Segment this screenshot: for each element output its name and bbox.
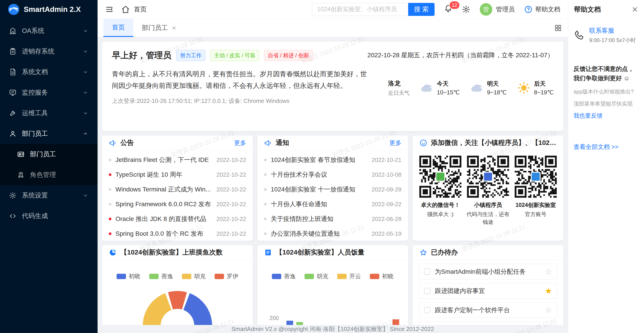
todo-item[interactable]: 跟进团建内容事宜 ★ <box>419 283 557 299</box>
sidebar-item-settings[interactable]: 系统设置 <box>0 185 98 206</box>
notice-list: 1024创新实验室 春节放假通知2022-10-21 十月份技术分享会议2022… <box>257 150 408 241</box>
breadcrumb[interactable]: 首页 <box>121 5 147 14</box>
sidebar-item-docs[interactable]: 系统文档 <box>0 62 98 82</box>
weather-day: 明天9~18℃ <box>470 80 506 96</box>
help-panel-title: 帮助文档 <box>574 5 601 14</box>
feedback-heading: 反馈让您不满意的点，我们争取做到更好 ☺ <box>574 64 639 83</box>
todo-card: 已办待办 为SmartAdmin前端小组分配任务 ☆ 跟进团建内容事宜 ★ <box>413 245 564 333</box>
sidebar-menu: OA系统 进销存系统 系统文档 监控服务 运维工具 <box>0 19 98 226</box>
sidebar-item-label: 系统设置 <box>22 191 48 200</box>
sidebar-item-dept-employee[interactable]: 部门员工 <box>0 123 98 144</box>
list-item[interactable]: Spring Boot 3.0.0 首个 RC 发布2022-10-22 <box>109 226 246 241</box>
weather-strip: 洛龙 近日天气 今天10~15℃ 明天9~18℃ 后天8~19℃ <box>388 79 554 97</box>
list-item[interactable]: 十月份技术分享会议2022-10-08 <box>264 167 402 182</box>
bullet-dot <box>109 173 112 176</box>
todo-item[interactable]: 为SmartAdmin前端小组分配任务 ☆ <box>419 264 557 280</box>
notifications-button[interactable]: 12 <box>444 4 452 14</box>
more-link[interactable]: 更多 <box>234 139 246 147</box>
qr-row: 卓大的微信号！ 骚扰卓大 :) 小镇程序员 代码与生活，还有钱途 1024创新实… <box>413 150 564 226</box>
building-icon <box>9 27 16 35</box>
logo[interactable]: SmartAdmin 2.X <box>0 0 98 19</box>
todo-checkbox[interactable] <box>424 269 430 275</box>
layout-grid-icon[interactable] <box>554 24 562 32</box>
todo-checkbox[interactable] <box>424 288 430 294</box>
legend-entry: 罗伊 <box>214 272 238 280</box>
tab-dept-employee[interactable]: 部门员工 <box>133 19 185 37</box>
bullet-dot <box>109 203 112 206</box>
main-area: 首页 搜 索 12 管 管理员 帮助文档 <box>98 0 568 333</box>
sidebar-item-oa-system[interactable]: OA系统 <box>0 20 98 41</box>
user-menu[interactable]: 管 管理员 <box>480 3 515 16</box>
list-item[interactable]: Oracle 推出 JDK 8 的直接替代品2022-10-22 <box>109 212 246 226</box>
contact-support-link[interactable]: 联系客服 9:00-17:00 5x7小时 <box>574 26 639 44</box>
weather-day-label: 明天 <box>487 80 506 88</box>
list-item[interactable]: 1024创新实验室 十一放假通知2022-09-29 <box>264 182 402 197</box>
close-tab-icon[interactable] <box>172 25 177 31</box>
list-item[interactable]: 办公室消杀关键位置通知2022-05-19 <box>264 226 402 241</box>
app-title: SmartAdmin 2.X <box>24 5 81 14</box>
sidebar-item-label: 监控服务 <box>22 88 48 97</box>
sidebar-subitem-label: 角色管理 <box>30 170 56 179</box>
card-title: 已办待办 <box>431 248 458 257</box>
sidebar-item-codegen[interactable]: 代码生成 <box>0 206 98 226</box>
card-title: 公告 <box>120 138 134 147</box>
greeting-badge: 自省 / 精进 / 创新 <box>264 50 313 61</box>
collapse-sidebar-icon[interactable] <box>105 5 114 14</box>
chevron-down-icon <box>82 48 88 54</box>
sidebar-item-inventory[interactable]: 进销存系统 <box>0 41 98 62</box>
search-button-label: 搜 索 <box>414 5 429 13</box>
close-panel-icon[interactable] <box>632 6 638 13</box>
list-item[interactable]: Spring Framework 6.0.0 RC2 发布2022-10-22 <box>109 197 246 212</box>
avatar: 管 <box>480 3 492 16</box>
megaphone-icon <box>264 139 272 147</box>
bullet-dot <box>264 218 267 220</box>
sidebar-subitem-role-mgmt[interactable]: 角色管理 <box>0 165 98 185</box>
help-docs-button[interactable]: 帮助文档 <box>524 5 560 14</box>
list-item[interactable]: Windows Terminal 正式成为 Win...2022-10-22 <box>109 182 246 197</box>
star-icon[interactable]: ☆ <box>545 268 552 276</box>
settings-gear-icon[interactable] <box>462 5 470 14</box>
qr-code-image <box>515 156 557 198</box>
star-filled-icon[interactable]: ★ <box>545 287 552 295</box>
sidebar-item-monitor[interactable]: 监控服务 <box>0 82 98 103</box>
role-icon <box>17 171 24 179</box>
sidebar-item-ops-tools[interactable]: 运维工具 <box>0 103 98 123</box>
sidebar: SmartAdmin 2.X OA系统 进销存系统 系统文档 监控服务 <box>0 0 98 333</box>
list-item[interactable]: 1024创新实验室 春节放假通知2022-10-21 <box>264 153 402 167</box>
cloudy-icon <box>470 81 484 95</box>
tab-home[interactable]: 首页 <box>104 19 133 37</box>
phone-icon <box>574 29 585 41</box>
greeting-message: 青年的肩上，从不只有清风明月，更有责任担当。岁月因青春慨然以赴而更加美好，世间因… <box>112 68 372 91</box>
help-panel: 帮助文档 联系客服 9:00-17:00 5x7小时 反馈让您不满意的点，我们争… <box>568 0 644 333</box>
sidebar-subitem-dept-employee[interactable]: 部门员工 <box>0 144 98 165</box>
home-icon <box>121 5 130 14</box>
todo-checkbox[interactable] <box>424 307 430 313</box>
more-link[interactable]: 更多 <box>389 139 402 147</box>
feedback-item: 顶部菜单希望能尽快实现 <box>574 100 639 107</box>
greeting-badge: 努力工作 <box>176 50 206 61</box>
list-item[interactable]: 关于疫情防控上班通知2022-06-28 <box>264 212 402 226</box>
pie-chart-icon <box>109 249 117 257</box>
view-all-docs-link[interactable]: 查看全部文档 >> <box>574 143 639 151</box>
qr-title: 小镇程序员 <box>466 201 510 209</box>
global-search: 搜 索 <box>312 3 434 16</box>
list-item[interactable]: TypeScript 诞生 10 周年2022-10-22 <box>109 167 246 182</box>
weather-day-temp: 9~18℃ <box>487 89 506 96</box>
page-content: 早上好，管理员 努力工作 主动 / 皮实 / 可靠 自省 / 精进 / 创新 2… <box>98 37 568 333</box>
star-icon[interactable]: ☆ <box>545 306 552 314</box>
legend-entry: 善逸 <box>272 272 296 280</box>
list-item[interactable]: 十月份人事任命通知2022-09-22 <box>264 197 402 212</box>
todo-item[interactable]: 跟进客户定制一个软件平台 ☆ <box>419 302 557 318</box>
list-item[interactable]: JetBrains Fleet 公测，下一代 IDE2022-10-22 <box>109 153 246 167</box>
chevron-down-icon <box>82 69 88 75</box>
search-input[interactable] <box>312 3 408 16</box>
notification-count-badge: 12 <box>449 1 460 9</box>
legend-entry: 初晓 <box>370 272 394 280</box>
help-panel-header: 帮助文档 <box>568 0 644 19</box>
help-panel-body: 联系客服 9:00-17:00 5x7小时 反馈让您不满意的点，我们争取做到更好… <box>568 19 644 155</box>
search-button[interactable]: 搜 索 <box>408 3 434 16</box>
feedback-link[interactable]: 我也要反馈 <box>574 112 639 120</box>
user-name: 管理员 <box>496 5 515 14</box>
weather-day: 今天10~15℃ <box>420 80 460 96</box>
qr-title: 卓大的微信号！ <box>418 201 463 209</box>
